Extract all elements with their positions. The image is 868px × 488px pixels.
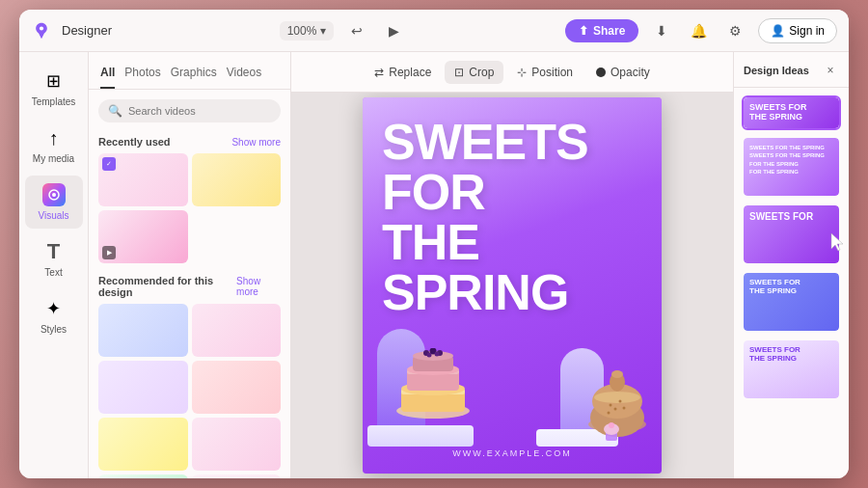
styles-icon: ✦ (42, 297, 66, 320)
list-item[interactable]: ▶ (98, 210, 188, 263)
recently-used-header: Recently used Show more (98, 128, 281, 153)
idea-thumb-5: sweets forthe spring (744, 340, 839, 398)
headline-line2: FOR (382, 167, 588, 217)
media-panel: All Photos Graphics Videos 🔍 Recently us… (89, 52, 291, 478)
list-item[interactable] (98, 418, 188, 471)
idea-card-5[interactable]: sweets forthe spring (742, 339, 841, 400)
download-button[interactable]: ⬇ (648, 17, 675, 44)
sidebar-item-text[interactable]: T Text (25, 232, 83, 285)
list-item[interactable] (192, 153, 282, 206)
icon-sidebar: ⊞ Templates ↑ My media Visuals T Text (19, 52, 89, 478)
toolbar-strip: ⇄ Replace ⊡ Crop ⊹ Position Opacity (291, 52, 733, 93)
tab-graphics[interactable]: Graphics (171, 62, 217, 89)
replace-button[interactable]: ⇄ Replace (365, 61, 441, 84)
idea-thumb-2: Sweets for the springSweets for the spri… (744, 138, 839, 196)
platform-left (367, 425, 474, 447)
styles-label: Styles (41, 324, 67, 335)
app-window: Designer 100% ▾ ↩ ▶ ⬆ Share ⬇ 🔔 ⚙ 👤 Sign… (19, 10, 849, 478)
opacity-icon (596, 68, 606, 77)
sidebar-item-templates[interactable]: ⊞ Templates (25, 62, 83, 115)
bell-button[interactable]: 🔔 (685, 17, 712, 44)
replace-label: Replace (389, 66, 431, 79)
svg-point-0 (40, 26, 43, 30)
recommended-show-more[interactable]: Show more (236, 276, 281, 297)
svg-point-25 (608, 412, 610, 415)
visuals-icon (42, 183, 66, 206)
my-media-icon: ↑ (42, 126, 66, 149)
zoom-control[interactable]: 100% ▾ (280, 21, 335, 41)
list-item[interactable] (98, 474, 188, 478)
headline-line1: SWEETS (382, 117, 588, 167)
idea-card-2[interactable]: Sweets for the springSweets for the spri… (742, 136, 841, 198)
opacity-button[interactable]: Opacity (586, 61, 660, 84)
svg-point-20 (594, 392, 640, 403)
cupcake-small (602, 420, 621, 443)
idea-card-3[interactable]: SWEETS FOR (742, 203, 841, 265)
svg-point-2 (52, 193, 56, 197)
ideas-panel-close[interactable]: × (822, 62, 839, 79)
search-input[interactable] (128, 105, 271, 117)
list-item[interactable] (192, 418, 282, 471)
redo-button[interactable]: ▶ (380, 17, 407, 44)
tab-photos[interactable]: Photos (124, 62, 160, 89)
svg-point-15 (427, 353, 432, 358)
canvas-area: ⇄ Replace ⊡ Crop ⊹ Position Opacity (291, 52, 733, 478)
idea-card-4[interactable]: SWEETS FORTHE SPRING (742, 271, 841, 333)
sidebar-item-my-media[interactable]: ↑ My media (25, 119, 83, 172)
my-media-label: My media (33, 153, 74, 164)
svg-point-21 (610, 404, 612, 407)
sign-in-label: Sign in (789, 24, 825, 38)
app-title: Designer (62, 23, 112, 38)
recommended-title: Recommended for this design (98, 275, 236, 298)
ideas-panel: Design Ideas × Sweets forthe spring Swee… (733, 52, 849, 478)
position-button[interactable]: ⊹ Position (507, 61, 583, 84)
sidebar-item-visuals[interactable]: Visuals (25, 176, 83, 229)
tab-all[interactable]: All (100, 62, 115, 89)
svg-point-22 (619, 400, 622, 403)
recently-used-title: Recently used (98, 136, 171, 148)
list-item[interactable] (192, 304, 282, 357)
list-item[interactable] (98, 304, 188, 357)
svg-point-30 (609, 422, 614, 428)
canvas-viewport[interactable]: SWEETS FOR THE SPRING (291, 93, 733, 478)
settings-button[interactable]: ⚙ (721, 17, 748, 44)
sidebar-item-styles[interactable]: ✦ Styles (25, 289, 83, 342)
undo-button[interactable]: ↩ (343, 17, 370, 44)
crop-button[interactable]: ⊡ Crop (445, 61, 503, 84)
svg-point-24 (623, 407, 626, 410)
cake-main (390, 348, 476, 425)
user-icon: 👤 (771, 24, 785, 38)
replace-icon: ⇄ (374, 66, 384, 79)
design-canvas: SWEETS FOR THE SPRING (363, 97, 662, 474)
list-item[interactable]: ✓ (98, 153, 188, 206)
list-item[interactable] (98, 361, 188, 414)
close-icon: × (827, 64, 833, 77)
idea-card-1[interactable]: Sweets forthe spring (742, 95, 841, 130)
app-logo (31, 20, 52, 41)
opacity-label: Opacity (610, 66, 650, 79)
recommended-grid: ▶ (98, 304, 281, 478)
title-bar: Designer 100% ▾ ↩ ▶ ⬆ Share ⬇ 🔔 ⚙ 👤 Sign… (19, 10, 849, 52)
sign-in-button[interactable]: 👤 Sign in (758, 18, 837, 43)
tab-videos[interactable]: Videos (227, 62, 261, 89)
share-icon: ⬆ (579, 24, 588, 38)
media-panel-scroll: Recently used Show more ✓ ▶ Recommended … (89, 128, 290, 478)
ideas-scroll: Sweets forthe spring Sweets for the spri… (734, 88, 849, 478)
idea-thumb-1: Sweets forthe spring (744, 97, 839, 128)
visuals-label: Visuals (38, 210, 68, 221)
recommended-header: Recommended for this design Show more (98, 267, 281, 304)
position-label: Position (531, 66, 573, 79)
idea-thumb-4: SWEETS FORTHE SPRING (744, 273, 839, 331)
idea-thumb-3: SWEETS FOR (744, 205, 839, 263)
recently-used-grid: ✓ ▶ (98, 153, 281, 263)
media-tabs: All Photos Graphics Videos (89, 52, 290, 90)
ideas-panel-title: Design Ideas (744, 65, 809, 76)
list-item[interactable] (192, 474, 282, 478)
share-button[interactable]: ⬆ Share (565, 19, 638, 42)
recently-used-show-more[interactable]: Show more (231, 137, 281, 148)
headline-line4: SPRING (382, 267, 588, 317)
list-item[interactable] (192, 361, 282, 414)
text-label: Text (44, 267, 62, 278)
content-area: ⊞ Templates ↑ My media Visuals T Text (19, 52, 849, 478)
svg-point-27 (611, 370, 623, 378)
